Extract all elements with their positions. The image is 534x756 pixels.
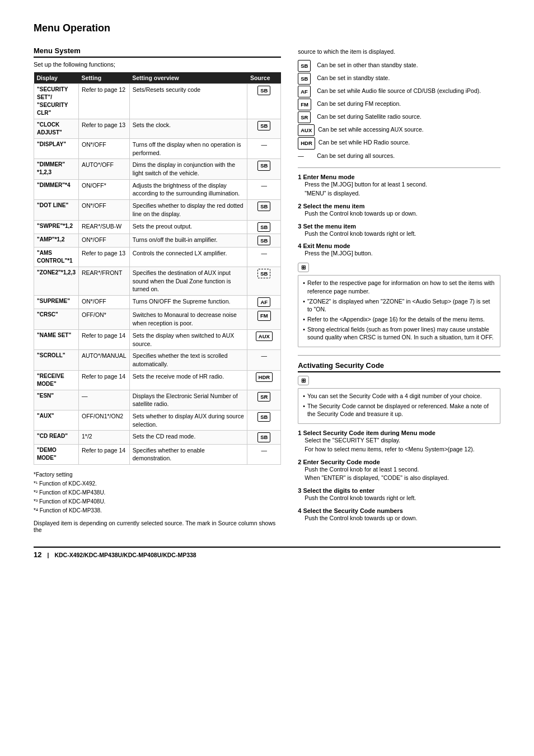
cell-source: SB: [247, 119, 281, 139]
legend-item: AUXCan be set while accessing AUX source…: [298, 124, 500, 136]
source-badge: SB: [257, 121, 270, 130]
table-row: "DOT LINE"ON*/OFFSpecifies whether to di…: [34, 200, 281, 220]
source-badge: SB: [298, 60, 311, 72]
cell-setting: AUTO*/MANUAL: [78, 350, 129, 370]
table-row: "SECURITY SET"/ "SECURITY CLR"Refer to p…: [34, 84, 281, 119]
cell-source: SB: [247, 267, 281, 296]
step-title: Select Security Code item during Menu mo…: [303, 430, 435, 436]
cell-setting: OFF/ON1*/ON2: [78, 410, 129, 430]
step-body: Press the [M.JOG] button for at least 1 …: [305, 180, 500, 198]
cell-overview: Turns ON/OFF the Supreme function.: [129, 296, 247, 309]
cell-display: "DISPLAY": [34, 139, 79, 159]
cell-overview: Sets the clock.: [129, 119, 247, 139]
cell-overview: Sets/Resets security code: [129, 84, 247, 119]
activating-divider: [298, 355, 500, 356]
cell-display: "DOT LINE": [34, 200, 79, 220]
step-body: Push the Control knob towards up or down…: [305, 209, 500, 218]
right-column: source to which the item is displayed. S…: [298, 46, 500, 538]
menu-step: 2 Select the menu itemPush the Control k…: [298, 203, 500, 218]
legend-badge: SB: [298, 60, 313, 72]
cell-display: "CD READ": [34, 431, 79, 444]
cell-overview: Displays the Electronic Serial Number of…: [129, 390, 247, 410]
col-header-source: Source: [247, 72, 281, 84]
left-column: Menu System Set up the following functio…: [34, 46, 281, 538]
step-title: Enter Security Code mode: [303, 459, 380, 465]
cell-setting: Refer to page 13: [78, 248, 129, 267]
cell-display: "NAME SET": [34, 329, 79, 349]
cell-display: "SECURITY SET"/ "SECURITY CLR": [34, 84, 79, 119]
activating-title: Activating Security Code: [298, 361, 500, 372]
source-badge: SB: [257, 202, 270, 211]
legend-badge: SB: [298, 73, 313, 85]
activating-section: Activating Security Code ⊞ You can set t…: [298, 361, 500, 523]
cell-display: "SWPRE"*1,2: [34, 220, 79, 234]
section-divider: [298, 167, 500, 168]
table-row: "CRSC"OFF/ON*Switches to Monaural to dec…: [34, 309, 281, 329]
source-badge: AUX: [256, 332, 273, 341]
source-badge: SB: [257, 222, 270, 232]
cell-display: "RECEIVE MODE": [34, 370, 79, 390]
cell-overview: Specifies whether to enable demonstratio…: [129, 444, 247, 464]
table-row: "CLOCK ADJUST"Refer to page 13Sets the c…: [34, 119, 281, 139]
table-row: "DISPLAY"ON*/OFFTurns off the display wh…: [34, 139, 281, 159]
cell-setting: Refer to page 14: [78, 329, 129, 349]
step-number: 4: [298, 242, 301, 249]
legend-badge: AF: [298, 86, 313, 97]
table-row: "AMP"*1,2ON*/OFFTurns on/off the built-i…: [34, 234, 281, 247]
step-number: 3: [298, 487, 301, 494]
table-row: "DIMMER" *1,2,3AUTO*/OFFDims the display…: [34, 159, 281, 179]
intro-text: Set up the following functions;: [34, 61, 281, 68]
source-badge: SB: [298, 73, 311, 85]
cell-setting: Refer to page 12: [78, 84, 129, 119]
cell-source: —: [247, 350, 281, 370]
page-footer: 12 | KDC-X492/KDC-MP438U/KDC-MP408U/KDC-…: [34, 547, 500, 559]
section-title: Menu Operation: [34, 22, 500, 36]
legend-text: Can be set while Audio file source of CD…: [317, 86, 481, 96]
cell-source: —: [247, 248, 281, 267]
footnote-item: *² Function of KDC-MP438U.: [34, 488, 281, 497]
cell-setting: Refer to page 14: [78, 370, 129, 390]
step-number: 4: [298, 507, 301, 514]
page-number: 12: [34, 550, 41, 559]
cell-display: "ESN": [34, 390, 79, 410]
model-text: KDC-X492/KDC-MP438U/KDC-MP408U/KDC-MP338: [54, 552, 196, 558]
step-title: Exit Menu mode: [303, 242, 350, 249]
menu-step: 4 Exit Menu modePress the [M.JOG] button…: [298, 242, 500, 258]
menu-icon-note: ⊞: [298, 263, 309, 272]
cell-overview: Controls the connected LX amplifier.: [129, 248, 247, 267]
activating-step: 2 Enter Security Code modePush the Contr…: [298, 459, 500, 483]
displayed-item-note: Displayed item is depending on currently…: [34, 520, 281, 533]
menu-table: Display Setting Setting overview Source …: [34, 72, 281, 465]
legend-text: Can be set while HD Radio source.: [318, 137, 410, 148]
cell-source: SB: [247, 84, 281, 119]
legend-item: SBCan be set in other than standby state…: [298, 60, 500, 72]
source-badge: SB: [257, 269, 270, 278]
footnote-item: *³ Function of KDC-MP408U.: [34, 497, 281, 506]
table-row: "NAME SET"Refer to page 14Sets the displ…: [34, 329, 281, 349]
step-number: 1: [298, 430, 301, 436]
step-title: Select the menu item: [303, 203, 364, 209]
table-row: "SUPREME"ON*/OFFTurns ON/OFF the Supreme…: [34, 296, 281, 309]
legend-item: —Can be set during all sources.: [298, 151, 500, 161]
cell-overview: Sets the receive mode of HR radio.: [129, 370, 247, 390]
activating-step: 3 Select the digits to enterPush the Con…: [298, 487, 500, 503]
step-body: Press the [M.JOG] button.: [305, 249, 500, 258]
step-body: Push the Control knob towards right or l…: [305, 230, 500, 239]
cell-setting: REAR*/FRONT: [78, 267, 129, 296]
cell-setting: ON*/OFF: [78, 234, 129, 247]
cell-overview: Turns off the display when no operation …: [129, 139, 247, 159]
footnote-item: *¹ Function of KDC-X492.: [34, 479, 281, 488]
legend-text: Can be set in standby state.: [317, 73, 390, 83]
col-header-display: Display: [34, 72, 79, 84]
cell-display: "DIMMER" *1,2,3: [34, 159, 79, 179]
cell-source: SB: [247, 200, 281, 220]
step-body: Push the Control knob for at least 1 sec…: [305, 465, 500, 483]
note-item: Strong electrical fields (such as from p…: [303, 325, 495, 342]
source-badge: AUX: [298, 124, 315, 136]
table-row: "ZONE2"*1,2,3REAR*/FRONTSpecifies the de…: [34, 267, 281, 296]
menu-notes-box: Refer to the respective page for informa…: [298, 275, 500, 347]
source-badge: AF: [257, 297, 270, 307]
cell-setting: OFF/ON*: [78, 309, 129, 329]
cell-setting: 1*/2: [78, 431, 129, 444]
legend-badge: —: [298, 151, 313, 161]
